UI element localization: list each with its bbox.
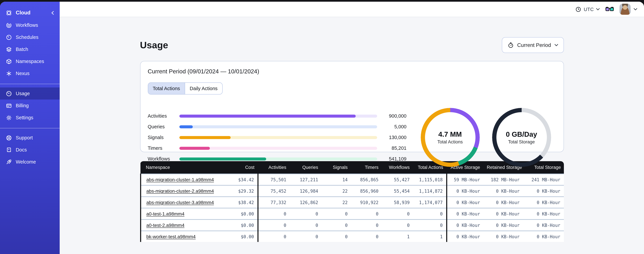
total-actions-donut: 4.7 MM Total Actions [420, 108, 480, 167]
total-actions-cell: 1,115,018 [413, 174, 446, 185]
sidebar-item-schedules[interactable]: Schedules [0, 31, 60, 43]
bar-row-queries: Queries 5,000 [148, 124, 406, 130]
namespace-link[interactable]: a0-test-2.a98mm4 [146, 222, 184, 228]
table-row: abs-migration-cluster-1.a98mm4 $34.42 75… [140, 174, 564, 185]
sidebar-item-docs[interactable]: Docs [0, 144, 60, 156]
sidebar-item-billing[interactable]: Billing [0, 100, 60, 112]
table-row: abs-migration-cluster-3.a98mm4 $38.42 77… [140, 197, 564, 208]
signals-cell: 22 [322, 185, 351, 197]
bar-value: 541,109 [380, 156, 406, 162]
retained-storage-cell: 0 KB-Hour [484, 185, 523, 197]
period-selector-button[interactable]: Current Period [502, 37, 564, 53]
bar-track [179, 125, 377, 128]
retained-storage-cell: 0 KB-Hour [484, 220, 523, 231]
total-storage-cell: 0 KB-Hour [523, 197, 564, 208]
col-queries: Queries [290, 161, 322, 174]
card-title: Current Period (09/01/2024 — 10/01/2024) [148, 68, 556, 75]
activities-cell: 77,332 [258, 197, 290, 208]
timers-cell: 856,865 [351, 174, 382, 185]
labs-glasses-icon[interactable] [605, 6, 614, 12]
batch-icon [6, 46, 12, 52]
temporal-logo-icon [6, 10, 12, 16]
schedules-icon [6, 34, 12, 40]
timezone-label: UTC [584, 6, 594, 12]
bar-value: 900,000 [380, 113, 406, 118]
donut-value: 4.7 MM [438, 130, 462, 138]
retained-storage-cell: 0 KB-Hour [484, 197, 523, 208]
timers-cell: 856,960 [351, 185, 382, 197]
sidebar-item-namespaces[interactable]: Namespaces [0, 55, 60, 67]
account-menu[interactable] [620, 4, 637, 15]
sidebar-item-settings[interactable]: Settings [0, 112, 60, 124]
timezone-selector[interactable]: UTC [575, 6, 600, 12]
queries-cell: 127,211 [290, 174, 322, 185]
namespace-link[interactable]: abs-migration-cluster-2.a98mm4 [146, 188, 214, 194]
namespace-link[interactable]: abs-migration-cluster-3.a98mm4 [146, 200, 214, 205]
actions-bar-chart: Activities 900,000 Queries [148, 113, 406, 162]
donut-value: 0 GB/Day [506, 130, 537, 138]
sidebar-item-nexus[interactable]: Nexus [0, 67, 60, 80]
namespace-usage-table: Namespace Cost Activities Queries Signal… [140, 161, 564, 242]
sidebar-item-batch[interactable]: Batch [0, 43, 60, 55]
namespace-link[interactable]: bk-worker-test.a98mm4 [146, 234, 196, 239]
timers-cell: 910,922 [351, 197, 382, 208]
bar-label: Activities [148, 113, 176, 118]
workflows-cell: 55,427 [382, 174, 413, 185]
activities-cell: 75,452 [258, 185, 290, 197]
donut-label: Total Actions [437, 140, 463, 144]
bar-row-timers: Timers 85,201 [148, 145, 406, 151]
table-body: abs-migration-cluster-1.a98mm4 $34.42 75… [140, 174, 564, 242]
sidebar-item-label: Workflows [16, 22, 38, 28]
col-timers: Timers [351, 161, 382, 174]
main-pane: UTC [60, 2, 644, 254]
total-storage-cell: 0 KB-Hour [523, 208, 564, 220]
queries-cell: 126,984 [290, 185, 322, 197]
queries-cell: 0 [290, 231, 322, 242]
tab-total-actions[interactable]: Total Actions [148, 83, 185, 94]
collapse-sidebar-icon[interactable] [50, 10, 55, 15]
tab-daily-actions[interactable]: Daily Actions [185, 83, 222, 94]
active-storage-cell: 0 KB-Hour [446, 220, 484, 231]
bar-fill [179, 125, 193, 128]
main-content: Usage Current Period [60, 17, 644, 254]
workflows-cell: 55,454 [382, 185, 413, 197]
sidebar: Cloud Workflows Schedules [0, 2, 60, 254]
activities-cell: 0 [258, 208, 290, 220]
queries-cell: 0 [290, 208, 322, 220]
sidebar-item-welcome[interactable]: Welcome [0, 156, 60, 168]
col-cost: Cost [221, 161, 258, 174]
table-row: a0-test-2.a98mm4 $0.00 0 0 0 0 0 0 0 KB- [140, 220, 564, 231]
bar-fill [179, 157, 266, 160]
stopwatch-icon [508, 42, 514, 48]
bar-label: Queries [148, 124, 176, 129]
user-avatar [620, 4, 630, 15]
bar-fill [179, 136, 231, 139]
sidebar-item-label: Nexus [16, 71, 30, 76]
total-storage-donut: 0 GB/Day Total Storage [492, 108, 551, 167]
sidebar-item-label: Settings [16, 115, 33, 120]
bar-track [179, 136, 377, 139]
total-actions-cell: 0 [413, 208, 446, 220]
sidebar-item-workflows[interactable]: Workflows [0, 19, 60, 31]
namespace-link[interactable]: abs-migration-cluster-1.a98mm4 [146, 177, 214, 182]
col-workflows: Workflows [382, 161, 413, 174]
namespace-link[interactable]: a0-test-1.a98mm4 [146, 211, 184, 216]
sidebar-item-support[interactable]: Support [0, 132, 60, 144]
sidebar-item-label: Namespaces [16, 59, 44, 64]
clock-icon [575, 6, 581, 12]
support-lifebuoy-icon [6, 134, 12, 141]
active-storage-cell: 0 KB-Hour [446, 208, 484, 220]
workflows-cell: 1 [382, 231, 413, 242]
bar-value: 85,201 [380, 146, 406, 151]
active-storage-cell: 59 MB-Hour [446, 174, 484, 185]
cost-cell: $0.00 [221, 220, 258, 231]
active-storage-cell: 0 KB-Hour [446, 231, 484, 242]
namespaces-icon [6, 58, 12, 64]
top-bar: UTC [60, 2, 644, 17]
retained-storage-cell: 0 KB-Hour [484, 208, 523, 220]
sidebar-item-label: Docs [16, 147, 27, 152]
table-row: abs-migration-cluster-2.a98mm4 $29.32 75… [140, 185, 564, 197]
signals-cell: 0 [322, 220, 351, 231]
sidebar-item-label: Billing [16, 103, 29, 108]
sidebar-item-usage[interactable]: Usage [0, 88, 60, 100]
